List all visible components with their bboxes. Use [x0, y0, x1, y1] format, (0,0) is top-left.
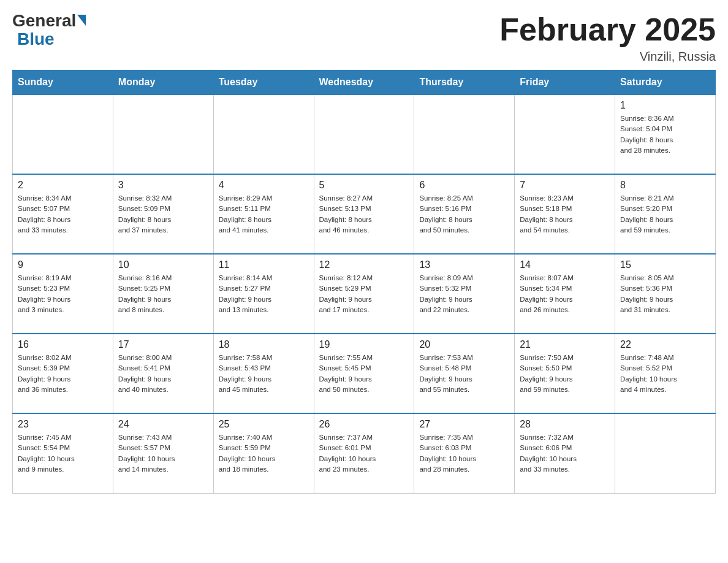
calendar-cell	[13, 94, 113, 174]
calendar-cell: 3Sunrise: 8:32 AMSunset: 5:09 PMDaylight…	[113, 174, 213, 254]
header-wednesday: Wednesday	[314, 71, 414, 95]
day-info: Sunrise: 8:00 AMSunset: 5:41 PMDaylight:…	[118, 353, 208, 395]
calendar-cell: 15Sunrise: 8:05 AMSunset: 5:36 PMDayligh…	[615, 254, 716, 334]
day-number: 14	[520, 259, 610, 270]
calendar-cell: 11Sunrise: 8:14 AMSunset: 5:27 PMDayligh…	[213, 254, 314, 334]
day-info: Sunrise: 7:55 AMSunset: 5:45 PMDaylight:…	[319, 353, 409, 395]
calendar-cell: 28Sunrise: 7:32 AMSunset: 6:06 PMDayligh…	[515, 413, 615, 493]
logo-arrow-icon	[77, 15, 86, 26]
day-number: 11	[219, 259, 309, 270]
day-number: 28	[520, 419, 610, 430]
day-number: 23	[18, 419, 108, 430]
day-info: Sunrise: 8:12 AMSunset: 5:29 PMDaylight:…	[319, 273, 409, 315]
calendar-header-row: SundayMondayTuesdayWednesdayThursdayFrid…	[13, 71, 716, 95]
day-number: 2	[18, 180, 108, 191]
calendar-cell	[314, 94, 414, 174]
day-number: 24	[118, 419, 208, 430]
day-info: Sunrise: 8:19 AMSunset: 5:23 PMDaylight:…	[18, 273, 108, 315]
calendar-cell: 16Sunrise: 8:02 AMSunset: 5:39 PMDayligh…	[13, 334, 113, 413]
day-info: Sunrise: 7:32 AMSunset: 6:06 PMDaylight:…	[520, 432, 610, 475]
page-header: General Blue February 2025 Vinzili, Russ…	[12, 12, 716, 64]
day-number: 18	[219, 339, 309, 350]
header-sunday: Sunday	[13, 71, 113, 95]
day-number: 7	[520, 180, 610, 191]
title-block: February 2025 Vinzili, Russia	[499, 12, 716, 64]
day-number: 12	[319, 259, 409, 270]
header-monday: Monday	[113, 71, 213, 95]
day-number: 3	[118, 180, 208, 191]
calendar-cell: 22Sunrise: 7:48 AMSunset: 5:52 PMDayligh…	[615, 334, 716, 413]
day-number: 5	[319, 180, 409, 191]
calendar-cell: 6Sunrise: 8:25 AMSunset: 5:16 PMDaylight…	[414, 174, 515, 254]
calendar-week-2: 9Sunrise: 8:19 AMSunset: 5:23 PMDaylight…	[13, 254, 716, 334]
logo-general: General	[12, 12, 76, 29]
day-number: 6	[419, 180, 509, 191]
calendar-week-1: 2Sunrise: 8:34 AMSunset: 5:07 PMDaylight…	[13, 174, 716, 254]
day-info: Sunrise: 8:25 AMSunset: 5:16 PMDaylight:…	[419, 193, 509, 236]
page-title: February 2025	[499, 12, 716, 47]
calendar-week-4: 23Sunrise: 7:45 AMSunset: 5:54 PMDayligh…	[13, 413, 716, 493]
day-info: Sunrise: 8:29 AMSunset: 5:11 PMDaylight:…	[219, 193, 309, 236]
day-number: 22	[620, 339, 710, 350]
calendar-cell: 23Sunrise: 7:45 AMSunset: 5:54 PMDayligh…	[13, 413, 113, 493]
calendar-cell: 1Sunrise: 8:36 AMSunset: 5:04 PMDaylight…	[615, 94, 716, 174]
calendar-cell	[213, 94, 314, 174]
calendar-cell	[615, 413, 716, 493]
day-info: Sunrise: 8:05 AMSunset: 5:36 PMDaylight:…	[620, 273, 710, 315]
calendar-cell: 14Sunrise: 8:07 AMSunset: 5:34 PMDayligh…	[515, 254, 615, 334]
calendar-cell	[515, 94, 615, 174]
calendar-cell: 2Sunrise: 8:34 AMSunset: 5:07 PMDaylight…	[13, 174, 113, 254]
day-info: Sunrise: 8:23 AMSunset: 5:18 PMDaylight:…	[520, 193, 610, 236]
logo-blue: Blue	[17, 29, 55, 49]
calendar-cell: 13Sunrise: 8:09 AMSunset: 5:32 PMDayligh…	[414, 254, 515, 334]
day-number: 4	[219, 180, 309, 191]
calendar-cell: 26Sunrise: 7:37 AMSunset: 6:01 PMDayligh…	[314, 413, 414, 493]
day-info: Sunrise: 8:02 AMSunset: 5:39 PMDaylight:…	[18, 353, 108, 395]
calendar-week-0: 1Sunrise: 8:36 AMSunset: 5:04 PMDaylight…	[13, 94, 716, 174]
day-number: 26	[319, 419, 409, 430]
day-info: Sunrise: 8:34 AMSunset: 5:07 PMDaylight:…	[18, 193, 108, 236]
day-number: 9	[18, 259, 108, 270]
day-number: 19	[319, 339, 409, 350]
calendar-cell: 27Sunrise: 7:35 AMSunset: 6:03 PMDayligh…	[414, 413, 515, 493]
day-number: 10	[118, 259, 208, 270]
calendar-week-3: 16Sunrise: 8:02 AMSunset: 5:39 PMDayligh…	[13, 334, 716, 413]
day-info: Sunrise: 8:14 AMSunset: 5:27 PMDaylight:…	[219, 273, 309, 315]
header-saturday: Saturday	[615, 71, 716, 95]
day-number: 1	[620, 100, 710, 111]
calendar-cell: 24Sunrise: 7:43 AMSunset: 5:57 PMDayligh…	[113, 413, 213, 493]
day-info: Sunrise: 8:07 AMSunset: 5:34 PMDaylight:…	[520, 273, 610, 315]
header-tuesday: Tuesday	[213, 71, 314, 95]
calendar-cell	[113, 94, 213, 174]
calendar-table: SundayMondayTuesdayWednesdayThursdayFrid…	[12, 70, 716, 494]
day-number: 20	[419, 339, 509, 350]
calendar-cell	[414, 94, 515, 174]
day-info: Sunrise: 7:37 AMSunset: 6:01 PMDaylight:…	[319, 432, 409, 475]
day-info: Sunrise: 7:58 AMSunset: 5:43 PMDaylight:…	[219, 353, 309, 395]
day-number: 15	[620, 259, 710, 270]
calendar-cell: 17Sunrise: 8:00 AMSunset: 5:41 PMDayligh…	[113, 334, 213, 413]
location: Vinzili, Russia	[499, 50, 716, 64]
day-info: Sunrise: 7:50 AMSunset: 5:50 PMDaylight:…	[520, 353, 610, 395]
day-number: 8	[620, 180, 710, 191]
calendar-cell: 8Sunrise: 8:21 AMSunset: 5:20 PMDaylight…	[615, 174, 716, 254]
day-info: Sunrise: 8:21 AMSunset: 5:20 PMDaylight:…	[620, 193, 710, 236]
calendar-cell: 7Sunrise: 8:23 AMSunset: 5:18 PMDaylight…	[515, 174, 615, 254]
day-info: Sunrise: 7:53 AMSunset: 5:48 PMDaylight:…	[419, 353, 509, 395]
day-info: Sunrise: 7:43 AMSunset: 5:57 PMDaylight:…	[118, 432, 208, 475]
day-info: Sunrise: 8:27 AMSunset: 5:13 PMDaylight:…	[319, 193, 409, 236]
day-info: Sunrise: 7:40 AMSunset: 5:59 PMDaylight:…	[219, 432, 309, 475]
day-number: 16	[18, 339, 108, 350]
calendar-cell: 12Sunrise: 8:12 AMSunset: 5:29 PMDayligh…	[314, 254, 414, 334]
logo: General Blue	[12, 12, 86, 49]
header-friday: Friday	[515, 71, 615, 95]
calendar-cell: 5Sunrise: 8:27 AMSunset: 5:13 PMDaylight…	[314, 174, 414, 254]
day-number: 27	[419, 419, 509, 430]
calendar-cell: 21Sunrise: 7:50 AMSunset: 5:50 PMDayligh…	[515, 334, 615, 413]
header-thursday: Thursday	[414, 71, 515, 95]
calendar-cell: 10Sunrise: 8:16 AMSunset: 5:25 PMDayligh…	[113, 254, 213, 334]
day-number: 17	[118, 339, 208, 350]
day-info: Sunrise: 8:36 AMSunset: 5:04 PMDaylight:…	[620, 113, 710, 156]
day-number: 25	[219, 419, 309, 430]
day-info: Sunrise: 7:45 AMSunset: 5:54 PMDaylight:…	[18, 432, 108, 475]
